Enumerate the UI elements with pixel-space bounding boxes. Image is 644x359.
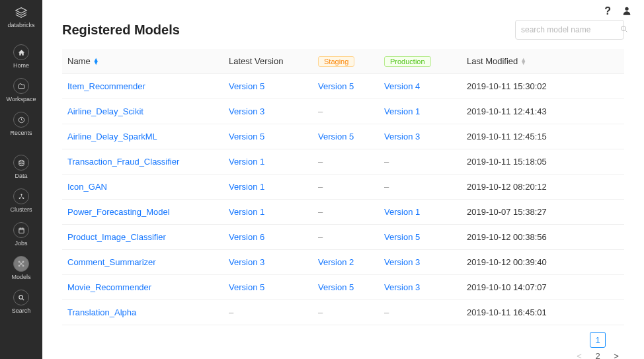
empty-value: – [318,106,323,116]
model-name-link[interactable]: Airline_Delay_SparkML [67,132,157,141]
table-row: Transaction_Fraud_ClassifierVersion 1––2… [62,149,624,175]
col-header-latest-version[interactable]: Latest Version [229,56,318,66]
svg-marker-0 [16,8,26,13]
col-header-name[interactable]: Name ▲▼ [62,56,229,66]
version-link[interactable]: Version 3 [384,257,420,267]
version-link[interactable]: Version 1 [384,207,420,217]
clock-icon [13,112,29,128]
version-link[interactable]: Version 5 [229,282,264,292]
sidebar-item-workspace[interactable]: Workspace [0,74,42,108]
table-row: Icon_GANVersion 1––2019-10-12 08:20:12 [62,175,624,200]
sidebar-item-label: Clusters [10,206,32,213]
sidebar-item-label: Data [15,173,27,179]
version-link[interactable]: Version 3 [229,257,264,267]
version-link[interactable]: Version 5 [318,132,354,141]
sidebar-item-home[interactable]: Home [0,40,42,74]
brand-logo[interactable]: databricks [7,4,34,31]
search-box[interactable] [515,20,624,40]
svg-point-10 [22,265,24,266]
empty-value: – [229,307,233,317]
model-name-link[interactable]: Icon_GAN [67,182,107,192]
table-row: Power_Forecasting_ModelVersion 1–Version… [62,200,624,225]
version-link[interactable]: Version 3 [384,282,420,292]
pagination-page[interactable]: 1 [590,332,606,348]
sidebar-item-search[interactable]: Search [0,286,42,319]
sidebar: databricks Home Workspace Recents Data C… [0,0,42,359]
topbar-icons: ? [604,5,632,19]
databricks-logo-icon [15,7,28,20]
cluster-icon [13,188,29,204]
model-name-link[interactable]: Product_Image_Classifier [67,232,166,242]
model-name-link[interactable]: Transaction_Fraud_Classifier [67,157,179,167]
home-icon [13,44,29,60]
pagination-page[interactable]: 2 [590,348,606,359]
model-name-link[interactable]: Comment_Summarizer [67,257,156,267]
cell-text: 2019-10-11 15:18:05 [467,157,547,167]
user-icon[interactable] [622,5,632,19]
sidebar-item-label: Models [11,274,30,280]
table-row: Product_Image_ClassifierVersion 6–Versio… [62,225,624,250]
cell-text: 2019-10-12 00:38:56 [467,232,547,242]
empty-value: – [384,157,389,167]
sidebar-item-clusters[interactable]: Clusters [0,184,42,218]
version-link[interactable]: Version 2 [318,257,354,267]
search-input[interactable] [521,25,620,34]
version-link[interactable]: Version 3 [229,106,264,116]
table-row: Comment_SummarizerVersion 3Version 2Vers… [62,250,624,275]
version-link[interactable]: Version 1 [384,106,420,116]
empty-value: – [318,157,323,167]
pagination-prev[interactable]: < [571,348,587,359]
brand-name: databricks [7,22,34,28]
model-name-link[interactable]: Power_Forecasting_Model [67,207,170,217]
svg-point-3 [20,194,22,195]
cell-text: 2019-10-11 12:45:15 [467,132,547,141]
models-icon [13,256,29,272]
model-name-link[interactable]: Item_Recommender [67,81,145,91]
svg-point-8 [22,261,24,262]
version-link[interactable]: Version 1 [229,182,264,192]
version-link[interactable]: Version 5 [229,132,264,141]
empty-value: – [318,207,323,217]
sort-icon: ▲▼ [93,58,99,65]
help-icon[interactable]: ? [604,5,611,19]
version-link[interactable]: Version 5 [318,81,354,91]
cell-text: 2019-10-11 12:41:43 [467,106,547,116]
version-link[interactable]: Version 5 [384,232,420,242]
cell-text: 2019-10-07 15:38:27 [467,207,547,217]
model-name-link[interactable]: Movie_Recommender [67,282,151,292]
version-link[interactable]: Version 3 [384,132,420,141]
version-link[interactable]: Version 4 [384,81,420,91]
version-link[interactable]: Version 1 [229,207,264,217]
cell-text: 2019-10-11 15:30:02 [467,81,547,91]
cell-text: 2019-10-12 00:39:40 [467,257,547,267]
sidebar-item-label: Recents [10,130,32,136]
model-name-link[interactable]: Translation_Alpha [67,307,136,317]
version-link[interactable]: Version 6 [229,232,264,242]
empty-value: – [318,182,323,192]
col-header-last-modified[interactable]: Last Modified ▲▼ [467,56,624,66]
models-table: Name ▲▼ Latest Version Staging Productio… [62,49,624,325]
sidebar-item-data[interactable]: Data [0,151,42,184]
pagination-next[interactable]: > [608,348,624,359]
table-row: Translation_Alpha–––2019-10-11 16:45:01 [62,300,624,325]
table-row: Airline_Delay_ScikitVersion 3–Version 12… [62,99,624,124]
sort-icon: ▲▼ [520,58,526,65]
sidebar-item-jobs[interactable]: Jobs [0,218,42,252]
folder-icon [13,78,29,94]
version-link[interactable]: Version 1 [229,157,264,167]
main-content: ? Registered Models Name ▲▼ Latest Versi… [42,0,644,359]
table-header-row: Name ▲▼ Latest Version Staging Productio… [62,49,624,74]
empty-value: – [318,307,323,317]
empty-value: – [384,307,389,317]
cell-text: 2019-10-10 14:07:07 [467,282,547,292]
page-title: Registered Models [62,22,180,38]
version-link[interactable]: Version 5 [229,81,264,91]
model-name-link[interactable]: Airline_Delay_Scikit [67,106,143,116]
sidebar-item-models[interactable]: Models [0,252,42,286]
sidebar-item-recents[interactable]: Recents [0,108,42,141]
table-body: Item_RecommenderVersion 5Version 5Versio… [62,74,624,325]
table-row: Airline_Delay_SparkMLVersion 5Version 5V… [62,124,624,149]
version-link[interactable]: Version 5 [318,282,354,292]
calendar-icon [13,222,29,238]
production-badge: Production [384,56,431,67]
